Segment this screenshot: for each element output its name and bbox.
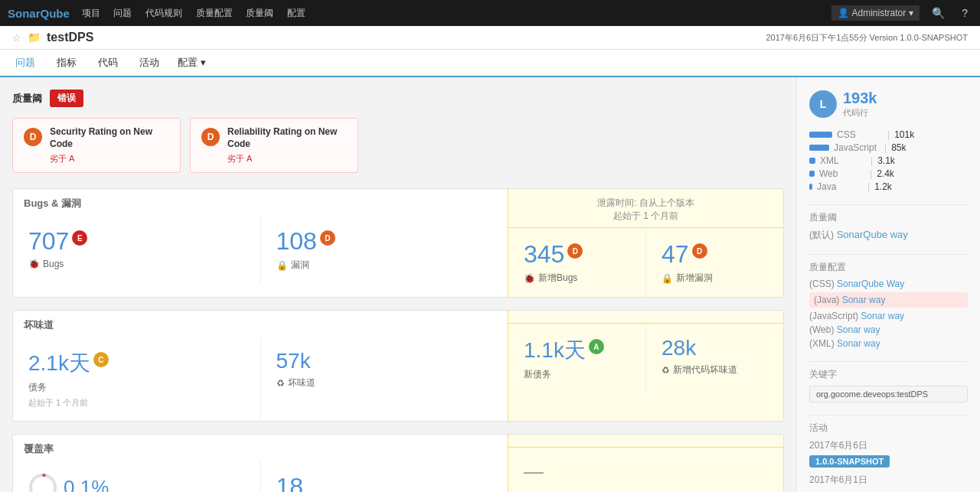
coverage-count-number[interactable]: 18 (276, 473, 304, 492)
new-bugs-number[interactable]: 345 (524, 240, 564, 269)
smells-label: ♻ 坏味道 (276, 376, 315, 389)
logo-text: SonarQube (8, 7, 70, 20)
qc-css-prefix: (CSS) (809, 279, 835, 289)
vuln-number[interactable]: 108 (276, 227, 317, 256)
coverage-metrics-grid: 0.1% 18 (13, 461, 508, 492)
search-button[interactable]: 🔍 (927, 5, 949, 21)
project-nav-activity[interactable]: 活动 (136, 50, 162, 77)
js-bar (809, 145, 829, 151)
bugs-icon: 🐞 (28, 259, 40, 269)
nav-item-config[interactable]: 配置 (287, 8, 305, 18)
smells-number[interactable]: 57k (276, 349, 311, 373)
qc-xml-prefix: (XML) (809, 338, 835, 349)
new-debt-label: 新债务 (524, 368, 551, 381)
vuln-badge: D (320, 230, 335, 246)
smell-section: 坏味道 2.1k天 C 债务 起始于 1 个月前 (12, 310, 784, 422)
new-debt-label-text: 新债务 (524, 368, 551, 381)
coverage-section: 覆盖率 0.1% 18 (12, 434, 784, 492)
new-vuln-cell: 47 D 🔒 新增漏洞 (646, 228, 783, 297)
css-lang-name: CSS (837, 129, 883, 140)
coverage-pct-cell: 0.1% (13, 461, 261, 492)
new-bugs-icon: 🐞 (524, 273, 535, 284)
smell-metrics-grid: 2.1k天 C 债务 起始于 1 个月前 57k ♻ (13, 337, 508, 421)
qc-web-link[interactable]: Sonar way (837, 324, 880, 335)
web-lang-name: Web (819, 168, 865, 179)
new-debt-cell: 1.1k天 A 新债务 (508, 324, 646, 393)
new-smells-label: ♻ 新增代码坏味道 (662, 363, 737, 376)
divider-1 (809, 204, 968, 205)
qc-java-link[interactable]: Sonar way (842, 295, 886, 305)
sidebar-qc-section: 质量配置 (CSS) SonarQube Way (Java) Sonar wa… (809, 261, 968, 349)
new-bugs-label: 🐞 新增Bugs (524, 272, 577, 285)
languages-section: CSS | 101k JavaScript | 85k XML | 3.1k W… (809, 129, 968, 192)
bugs-left-panel: Bugs & 漏洞 707 E 🐞 Bugs (13, 189, 508, 297)
qc-java-prefix: (Java) (814, 295, 839, 305)
new-vuln-number[interactable]: 47 (662, 240, 689, 269)
qc-css: (CSS) SonarQube Way (809, 279, 968, 289)
project-meta: 2017年6月6日下午1点55分 Version 1.0.0-SNAPSHOT (766, 32, 968, 44)
sidebar-qg-link[interactable]: SonarQube way (837, 229, 908, 240)
card-text-0: Security Rating on New Code 劣于 A (50, 126, 169, 165)
svg-point-0 (31, 475, 55, 492)
loc-circle: L (809, 90, 837, 118)
main-content: 质量阈 错误 D Security Rating on New Code 劣于 … (0, 77, 796, 492)
sidebar-qg-section: 质量阈 (默认) SonarQube way (809, 211, 968, 242)
debt-number[interactable]: 2.1k天 (28, 349, 90, 378)
sidebar-keywords-label: 关键字 (809, 368, 968, 381)
vuln-icon: 🔒 (276, 260, 288, 271)
sidebar-activity-section: 活动 2017年6月6日 1.0.0-SNAPSHOT 2017年6月1日 (809, 422, 968, 487)
project-nav-issues[interactable]: 问题 (12, 50, 38, 77)
top-nav-right: 👤 Administrator ▾ 🔍 ? (831, 5, 972, 21)
new-vuln-badge: D (692, 243, 707, 259)
logo: SonarQube (8, 7, 70, 20)
new-bugs-label-text: 新增Bugs (538, 272, 577, 285)
sidebar-qg-default: (默认) (809, 230, 834, 240)
coverage-left-panel: 覆盖率 0.1% 18 (13, 435, 508, 492)
debt-badge: C (93, 352, 109, 367)
bugs-new-metrics: 345 D 🐞 新增Bugs 47 D (508, 228, 783, 297)
new-smells-value: 28k (662, 336, 696, 360)
rating-circle-0: D (24, 128, 42, 146)
css-bar (809, 132, 832, 138)
web-bar (809, 171, 815, 177)
coverage-circle-icon (28, 473, 57, 492)
nav-item-projects[interactable]: 项目 (82, 8, 100, 18)
metric-value-vuln: 108 D (276, 227, 335, 256)
smell-left-panel: 坏味道 2.1k天 C 债务 起始于 1 个月前 (13, 311, 508, 421)
star-icon[interactable]: ☆ (12, 32, 21, 44)
loc-row: L 193k 代码行 (809, 90, 968, 119)
qc-xml-link[interactable]: Sonar way (837, 338, 880, 349)
coverage-count-cell: 18 (261, 461, 508, 492)
bugs-right-panel: 泄露时间: 自从上个版本 起始于 1 个月前 345 D 🐞 新增Bugs (508, 189, 783, 297)
bugs-badge: E (72, 230, 87, 246)
lang-row-js: JavaScript | 85k (809, 142, 968, 153)
nav-item-quality-profiles[interactable]: 质量配置 (196, 8, 233, 18)
coverage-pct-value: 0.1% (28, 473, 109, 492)
qc-js-link[interactable]: Sonar way (861, 311, 904, 321)
new-smells-cell: 28k ♻ 新增代码坏味道 (646, 324, 783, 393)
admin-button[interactable]: 👤 Administrator ▾ (831, 5, 920, 21)
smell-right-panel: 1.1k天 A 新债务 28k ♻ 新增代码坏味道 (508, 311, 783, 421)
nav-item-quality-gates[interactable]: 质量阈 (246, 8, 273, 18)
qc-java: (Java) Sonar way (809, 292, 968, 308)
new-smells-number[interactable]: 28k (662, 336, 696, 360)
nav-item-rules[interactable]: 代码规则 (145, 8, 182, 18)
new-smells-icon: ♻ (662, 365, 670, 376)
new-vuln-icon: 🔒 (662, 273, 673, 284)
project-nav-metrics[interactable]: 指标 (54, 50, 80, 77)
nav-item-issues[interactable]: 问题 (113, 8, 132, 18)
help-button[interactable]: ? (957, 5, 972, 21)
quality-gate-row: 质量阈 错误 (12, 90, 784, 107)
project-nav: 问题 指标 代码 活动 配置 ▾ (0, 50, 980, 77)
divider-4 (809, 415, 968, 415)
lang-row-css: CSS | 101k (809, 129, 968, 140)
new-debt-number[interactable]: 1.1k天 (524, 336, 586, 365)
bugs-number[interactable]: 707 (28, 227, 69, 256)
qc-css-link[interactable]: SonarQube Way (837, 279, 904, 289)
qc-web: (Web) Sonar way (809, 324, 968, 335)
project-nav-config[interactable]: 配置 ▾ (178, 56, 206, 70)
css-sep: | (887, 129, 890, 140)
coverage-pct-number[interactable]: 0.1% (64, 476, 109, 492)
project-nav-code[interactable]: 代码 (95, 50, 121, 77)
coverage-section-title: 覆盖率 (13, 435, 508, 461)
